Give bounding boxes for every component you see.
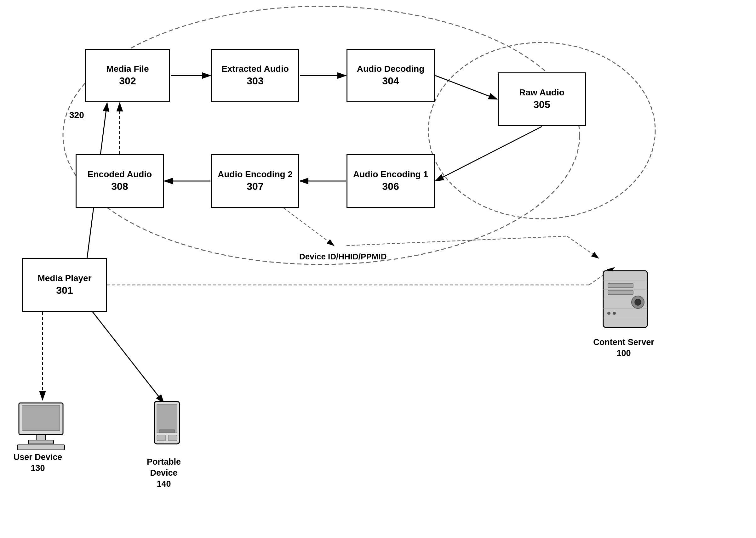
encoded-audio-label: Encoded Audio xyxy=(87,169,152,180)
server-svg xyxy=(591,264,660,334)
svg-point-2 xyxy=(63,6,580,264)
media-player-label: Media Player xyxy=(37,273,91,284)
svg-rect-36 xyxy=(608,290,633,295)
raw-audio-label: Raw Audio xyxy=(519,87,564,98)
media-player-number: 301 xyxy=(56,284,73,297)
extracted-audio-box: Extracted Audio 303 xyxy=(211,49,299,102)
media-file-number: 302 xyxy=(119,75,136,88)
svg-line-16 xyxy=(567,236,599,258)
svg-rect-26 xyxy=(157,435,166,441)
audio-decoding-label: Audio Decoding xyxy=(357,63,425,75)
media-file-box: Media File 302 xyxy=(85,49,170,102)
content-server-icon xyxy=(589,264,662,335)
svg-point-3 xyxy=(429,42,655,219)
media-player-box: Media Player 301 xyxy=(22,258,107,312)
svg-rect-20 xyxy=(22,405,60,431)
portable-device-svg xyxy=(145,400,189,453)
extracted-audio-number: 303 xyxy=(247,75,263,88)
svg-line-12 xyxy=(85,302,164,403)
svg-rect-25 xyxy=(157,404,177,433)
svg-line-14 xyxy=(283,208,334,245)
raw-audio-box: Raw Audio 305 xyxy=(498,73,586,126)
raw-audio-number: 305 xyxy=(533,98,550,111)
audio-encoding-2-box: Audio Encoding 2 307 xyxy=(211,154,299,208)
svg-rect-35 xyxy=(608,283,633,288)
svg-point-38 xyxy=(635,299,641,305)
diagram-container: Media File 302 Extracted Audio 303 Audio… xyxy=(0,0,756,538)
portable-device-icon xyxy=(139,400,195,455)
user-device-label: User Device 130 xyxy=(6,452,69,474)
label-320: 320 xyxy=(69,110,84,120)
media-file-label: Media File xyxy=(106,63,149,75)
audio-encoding-1-number: 306 xyxy=(382,180,399,193)
audio-encoding-1-label: Audio Encoding 1 xyxy=(353,169,428,180)
svg-line-6 xyxy=(435,76,497,99)
svg-line-15 xyxy=(346,236,567,245)
svg-rect-27 xyxy=(168,435,177,441)
svg-rect-22 xyxy=(29,440,54,444)
audio-encoding-2-label: Audio Encoding 2 xyxy=(218,169,293,180)
audio-decoding-box: Audio Decoding 304 xyxy=(346,49,435,102)
svg-line-7 xyxy=(435,127,542,181)
extracted-audio-label: Extracted Audio xyxy=(221,63,289,75)
audio-decoding-number: 304 xyxy=(382,75,399,88)
content-server-label: Content Server 100 xyxy=(586,337,662,359)
encoded-audio-box: Encoded Audio 308 xyxy=(76,154,164,208)
svg-rect-23 xyxy=(17,445,65,450)
audio-encoding-1-box: Audio Encoding 1 306 xyxy=(346,154,435,208)
user-device-icon xyxy=(10,400,73,452)
svg-point-39 xyxy=(607,312,611,315)
portable-device-label: PortableDevice 140 xyxy=(132,457,195,490)
encoded-audio-number: 308 xyxy=(111,180,128,193)
svg-rect-28 xyxy=(159,430,175,433)
user-device-svg xyxy=(13,400,69,450)
svg-point-40 xyxy=(613,312,616,315)
device-id-label: Device ID/HHID/PPMID xyxy=(299,252,386,262)
audio-encoding-2-number: 307 xyxy=(247,180,263,193)
